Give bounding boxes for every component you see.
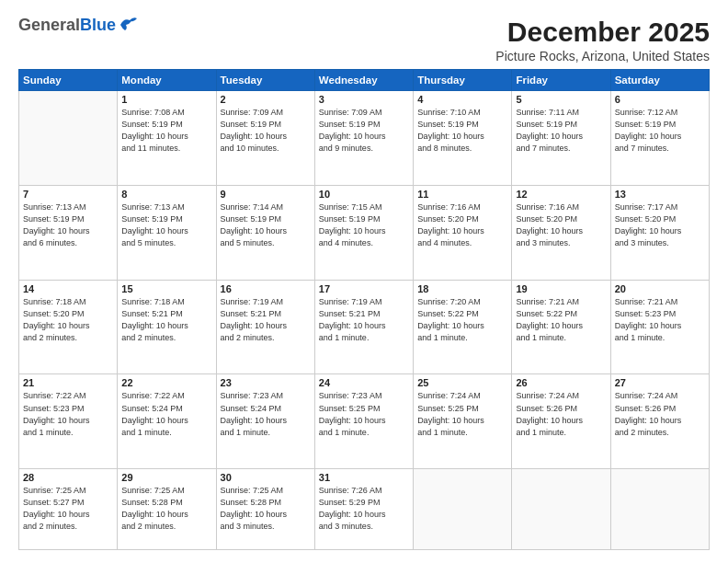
day-info: Sunrise: 7:19 AMSunset: 5:21 PMDaylight:…: [221, 296, 311, 344]
table-row: 27Sunrise: 7:24 AMSunset: 5:26 PMDayligh…: [610, 374, 709, 469]
logo-blue-text: Blue: [80, 16, 116, 34]
day-number: 6: [615, 94, 705, 105]
day-number: 12: [516, 189, 606, 200]
table-row: 25Sunrise: 7:24 AMSunset: 5:25 PMDayligh…: [414, 374, 512, 469]
day-info: Sunrise: 7:16 AMSunset: 5:20 PMDaylight:…: [516, 201, 606, 249]
day-number: 22: [121, 377, 211, 388]
day-info: Sunrise: 7:25 AMSunset: 5:27 PMDaylight:…: [23, 485, 113, 533]
day-info: Sunrise: 7:22 AMSunset: 5:24 PMDaylight:…: [121, 390, 211, 438]
table-row: 11Sunrise: 7:16 AMSunset: 5:20 PMDayligh…: [414, 185, 512, 280]
day-number: 17: [319, 283, 409, 294]
day-number: 5: [516, 94, 606, 105]
table-row: 18Sunrise: 7:20 AMSunset: 5:22 PMDayligh…: [414, 280, 512, 374]
table-row: 1Sunrise: 7:08 AMSunset: 5:19 PMDaylight…: [118, 91, 216, 186]
day-number: 2: [221, 94, 311, 105]
table-row: 16Sunrise: 7:19 AMSunset: 5:21 PMDayligh…: [216, 280, 314, 374]
table-row: 8Sunrise: 7:13 AMSunset: 5:19 PMDaylight…: [118, 185, 216, 280]
table-row: 15Sunrise: 7:18 AMSunset: 5:21 PMDayligh…: [118, 280, 216, 374]
calendar-header-row: Sunday Monday Tuesday Wednesday Thursday…: [19, 70, 710, 91]
location: Picture Rocks, Arizona, United States: [495, 49, 710, 63]
day-info: Sunrise: 7:18 AMSunset: 5:20 PMDaylight:…: [23, 296, 113, 344]
table-row: 6Sunrise: 7:12 AMSunset: 5:19 PMDaylight…: [610, 91, 709, 186]
table-row: 10Sunrise: 7:15 AMSunset: 5:19 PMDayligh…: [314, 185, 413, 280]
day-info: Sunrise: 7:11 AMSunset: 5:19 PMDaylight:…: [516, 107, 606, 155]
day-number: 15: [121, 283, 211, 294]
header: GeneralBlue December 2025 Picture Rocks,…: [18, 17, 710, 63]
table-row: [610, 469, 709, 550]
table-row: 19Sunrise: 7:21 AMSunset: 5:22 PMDayligh…: [512, 280, 610, 374]
table-row: 4Sunrise: 7:10 AMSunset: 5:19 PMDaylight…: [414, 91, 512, 186]
day-info: Sunrise: 7:25 AMSunset: 5:28 PMDaylight:…: [221, 485, 311, 533]
month-title: December 2025: [495, 17, 710, 47]
table-row: [19, 91, 118, 186]
table-row: 17Sunrise: 7:19 AMSunset: 5:21 PMDayligh…: [314, 280, 413, 374]
day-number: 18: [417, 283, 507, 294]
day-number: 1: [121, 94, 211, 105]
col-saturday: Saturday: [610, 70, 709, 91]
day-info: Sunrise: 7:13 AMSunset: 5:19 PMDaylight:…: [121, 201, 211, 249]
table-row: 5Sunrise: 7:11 AMSunset: 5:19 PMDaylight…: [512, 91, 610, 186]
day-number: 28: [23, 472, 113, 483]
table-row: 2Sunrise: 7:09 AMSunset: 5:19 PMDaylight…: [216, 91, 314, 186]
day-info: Sunrise: 7:09 AMSunset: 5:19 PMDaylight:…: [221, 107, 311, 155]
table-row: 23Sunrise: 7:23 AMSunset: 5:24 PMDayligh…: [216, 374, 314, 469]
day-number: 29: [121, 472, 211, 483]
day-info: Sunrise: 7:22 AMSunset: 5:23 PMDaylight:…: [23, 390, 113, 438]
table-row: 7Sunrise: 7:13 AMSunset: 5:19 PMDaylight…: [19, 185, 118, 280]
day-info: Sunrise: 7:24 AMSunset: 5:26 PMDaylight:…: [615, 390, 705, 438]
table-row: 20Sunrise: 7:21 AMSunset: 5:23 PMDayligh…: [610, 280, 709, 374]
table-row: 9Sunrise: 7:14 AMSunset: 5:19 PMDaylight…: [216, 185, 314, 280]
day-number: 20: [615, 283, 705, 294]
col-thursday: Thursday: [414, 70, 512, 91]
day-number: 25: [417, 377, 507, 388]
table-row: [414, 469, 512, 550]
day-number: 23: [221, 377, 311, 388]
day-info: Sunrise: 7:21 AMSunset: 5:22 PMDaylight:…: [516, 296, 606, 344]
page: GeneralBlue December 2025 Picture Rocks,…: [0, 0, 728, 563]
day-number: 13: [615, 189, 705, 200]
day-info: Sunrise: 7:26 AMSunset: 5:29 PMDaylight:…: [319, 485, 409, 533]
table-row: 26Sunrise: 7:24 AMSunset: 5:26 PMDayligh…: [512, 374, 610, 469]
day-info: Sunrise: 7:17 AMSunset: 5:20 PMDaylight:…: [615, 201, 705, 249]
table-row: 14Sunrise: 7:18 AMSunset: 5:20 PMDayligh…: [19, 280, 118, 374]
day-number: 9: [221, 189, 311, 200]
col-sunday: Sunday: [19, 70, 118, 91]
day-number: 24: [319, 377, 409, 388]
col-monday: Monday: [118, 70, 216, 91]
logo-bird-icon: [119, 16, 139, 32]
table-row: 22Sunrise: 7:22 AMSunset: 5:24 PMDayligh…: [118, 374, 216, 469]
table-row: 12Sunrise: 7:16 AMSunset: 5:20 PMDayligh…: [512, 185, 610, 280]
day-info: Sunrise: 7:08 AMSunset: 5:19 PMDaylight:…: [121, 107, 211, 155]
day-info: Sunrise: 7:19 AMSunset: 5:21 PMDaylight:…: [319, 296, 409, 344]
day-number: 30: [221, 472, 311, 483]
col-friday: Friday: [512, 70, 610, 91]
day-number: 14: [23, 283, 113, 294]
day-number: 10: [319, 189, 409, 200]
table-row: 30Sunrise: 7:25 AMSunset: 5:28 PMDayligh…: [216, 469, 314, 550]
table-row: 21Sunrise: 7:22 AMSunset: 5:23 PMDayligh…: [19, 374, 118, 469]
table-row: [512, 469, 610, 550]
col-tuesday: Tuesday: [216, 70, 314, 91]
day-info: Sunrise: 7:16 AMSunset: 5:20 PMDaylight:…: [417, 201, 507, 249]
day-info: Sunrise: 7:23 AMSunset: 5:24 PMDaylight:…: [221, 390, 311, 438]
title-section: December 2025 Picture Rocks, Arizona, Un…: [495, 17, 710, 63]
calendar-table: Sunday Monday Tuesday Wednesday Thursday…: [18, 69, 710, 550]
day-info: Sunrise: 7:21 AMSunset: 5:23 PMDaylight:…: [615, 296, 705, 344]
table-row: 29Sunrise: 7:25 AMSunset: 5:28 PMDayligh…: [118, 469, 216, 550]
day-info: Sunrise: 7:23 AMSunset: 5:25 PMDaylight:…: [319, 390, 409, 438]
day-info: Sunrise: 7:13 AMSunset: 5:19 PMDaylight:…: [23, 201, 113, 249]
day-info: Sunrise: 7:24 AMSunset: 5:25 PMDaylight:…: [417, 390, 507, 438]
table-row: 31Sunrise: 7:26 AMSunset: 5:29 PMDayligh…: [314, 469, 413, 550]
day-number: 7: [23, 189, 113, 200]
day-number: 11: [417, 189, 507, 200]
logo-general-text: General: [18, 16, 80, 34]
table-row: 28Sunrise: 7:25 AMSunset: 5:27 PMDayligh…: [19, 469, 118, 550]
day-info: Sunrise: 7:24 AMSunset: 5:26 PMDaylight:…: [516, 390, 606, 438]
day-info: Sunrise: 7:10 AMSunset: 5:19 PMDaylight:…: [417, 107, 507, 155]
day-number: 16: [221, 283, 311, 294]
day-number: 21: [23, 377, 113, 388]
day-number: 26: [516, 377, 606, 388]
logo: GeneralBlue: [18, 17, 139, 35]
day-number: 31: [319, 472, 409, 483]
table-row: 24Sunrise: 7:23 AMSunset: 5:25 PMDayligh…: [314, 374, 413, 469]
